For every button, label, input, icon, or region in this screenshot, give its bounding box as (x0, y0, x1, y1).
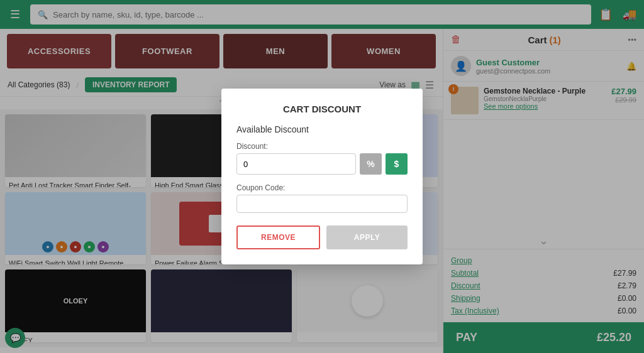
modal-overlay: CART DISCOUNT Available Discount Discoun… (0, 0, 644, 353)
coupon-field-label: Coupon Code: (236, 183, 408, 192)
percent-type-button[interactable]: % (360, 153, 382, 175)
discount-field-label: Discount: (236, 142, 408, 151)
modal-actions: REMOVE APPLY (236, 225, 408, 249)
dollar-type-button[interactable]: $ (386, 153, 408, 175)
cart-discount-modal: CART DISCOUNT Available Discount Discoun… (221, 89, 423, 264)
coupon-input[interactable] (236, 195, 408, 213)
modal-title: CART DISCOUNT (236, 104, 408, 114)
discount-input[interactable] (236, 153, 356, 175)
remove-button[interactable]: REMOVE (236, 225, 320, 249)
discount-row: % $ (236, 153, 408, 175)
modal-section-title: Available Discount (236, 124, 408, 134)
apply-button[interactable]: APPLY (326, 225, 408, 249)
